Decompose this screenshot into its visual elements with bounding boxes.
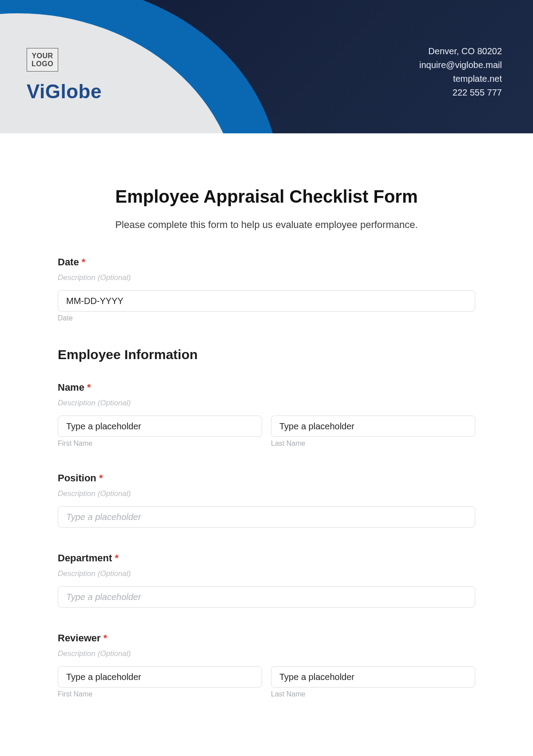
sublabel-date: Date: [58, 314, 475, 322]
input-reviewer-last[interactable]: [271, 666, 475, 688]
label-name-text: Name: [58, 382, 84, 393]
col-last-name: Last Name: [271, 416, 475, 448]
brand-name: ViGlobe: [27, 80, 102, 103]
input-reviewer-first[interactable]: [58, 666, 262, 688]
col-reviewer-last: Last Name: [271, 666, 475, 698]
input-department[interactable]: [58, 586, 475, 608]
section-employee-info: Employee Information: [58, 347, 475, 362]
label-reviewer: Reviewer *: [58, 632, 475, 644]
field-reviewer: Reviewer * Description (Optional) First …: [58, 632, 475, 698]
contact-address: Denver, CO 80202: [419, 44, 502, 58]
required-marker: *: [99, 472, 103, 484]
form-body: Employee Appraisal Checklist Form Please…: [0, 133, 533, 698]
field-date: Date * Description (Optional) Date: [58, 256, 475, 322]
input-date[interactable]: [58, 290, 475, 312]
required-marker: *: [115, 552, 119, 564]
label-position: Position *: [58, 472, 475, 484]
required-marker: *: [82, 256, 86, 268]
help-position: Description (Optional): [58, 489, 475, 498]
label-department: Department *: [58, 552, 475, 564]
label-position-text: Position: [58, 472, 96, 484]
contact-block: Denver, CO 80202 inquire@viglobe.mail te…: [419, 44, 502, 100]
logo-block: YOURLOGO ViGlobe: [27, 48, 102, 103]
input-first-name[interactable]: [58, 416, 262, 437]
help-reviewer: Description (Optional): [58, 649, 475, 658]
contact-email: inquire@viglobe.mail: [419, 58, 502, 72]
contact-phone: 222 555 777: [419, 86, 502, 100]
header-banner: YOURLOGO ViGlobe Denver, CO 80202 inquir…: [0, 0, 533, 133]
help-name: Description (Optional): [58, 399, 475, 408]
label-reviewer-text: Reviewer: [58, 632, 101, 644]
input-position[interactable]: [58, 506, 475, 528]
form-subtitle: Please complete this form to help us eva…: [58, 219, 475, 231]
required-marker: *: [87, 382, 91, 393]
name-cols: First Name Last Name: [58, 416, 475, 448]
field-department: Department * Description (Optional): [58, 552, 475, 608]
sublabel-reviewer-first: First Name: [58, 690, 262, 698]
page: YOURLOGO ViGlobe Denver, CO 80202 inquir…: [0, 0, 533, 756]
sublabel-reviewer-last: Last Name: [271, 690, 475, 698]
contact-website: template.net: [419, 72, 502, 86]
label-date-text: Date: [58, 256, 79, 268]
col-reviewer-first: First Name: [58, 666, 262, 698]
field-position: Position * Description (Optional): [58, 472, 475, 528]
form-title: Employee Appraisal Checklist Form: [58, 187, 475, 207]
help-date: Description (Optional): [58, 273, 475, 282]
label-name: Name *: [58, 382, 475, 393]
field-name: Name * Description (Optional) First Name…: [58, 382, 475, 448]
sublabel-first-name: First Name: [58, 440, 262, 448]
label-department-text: Department: [58, 552, 112, 564]
required-marker: *: [103, 632, 107, 644]
help-department: Description (Optional): [58, 569, 475, 578]
sublabel-last-name: Last Name: [271, 440, 475, 448]
col-first-name: First Name: [58, 416, 262, 448]
logo-placeholder: YOURLOGO: [27, 48, 58, 72]
label-date: Date *: [58, 256, 475, 268]
input-last-name[interactable]: [271, 416, 475, 437]
reviewer-cols: First Name Last Name: [58, 666, 475, 698]
